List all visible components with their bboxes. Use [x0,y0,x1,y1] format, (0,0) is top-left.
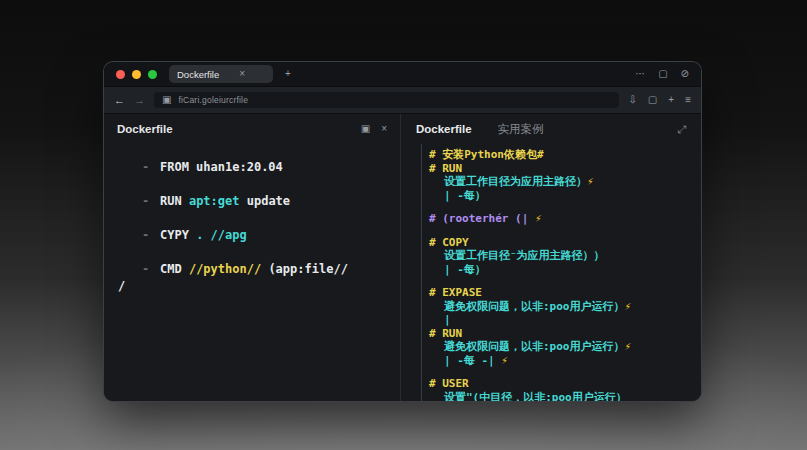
left-pane-actions: ▣ × [361,124,387,134]
browser-window: Dockerfile × + ⋯ ▢ ⊘ ← → ▣ fiCari.goleiu… [104,62,701,401]
menu-icon[interactable]: ≡ [685,95,691,105]
code-token: 避免权限问题，以非:poo用户运行） [444,300,625,313]
code-line: # 安装Python依赖包# [429,148,693,162]
browser-tab-dockerfile[interactable]: Dockerfile × [169,65,273,83]
code-line: | -每） [429,189,693,203]
overflow-icon[interactable]: ⊘ [681,69,689,79]
tab-practical-examples[interactable]: 实用案例 [498,122,544,137]
expand-icon[interactable]: ⤢ [677,123,686,136]
close-window-button[interactable] [116,70,125,79]
page-content: Dockerfile ▣ × -FROM uhan1e:20.04-RUN ap… [104,114,701,401]
desktop-background: Dockerfile × + ⋯ ▢ ⊘ ← → ▣ fiCari.goleiu… [0,0,807,450]
indent-guide [421,144,422,401]
code-token: RUN [160,194,189,208]
new-tab-icon[interactable]: + [285,69,291,79]
code-token: / [118,279,125,293]
code-gap [429,367,693,377]
dockerfile-annotated-code[interactable]: # 安装Python依赖包## RUN设置工作目径为应用主路径）⚡| -每）# … [401,144,701,401]
line-marker: - [142,228,149,242]
tab-title: Dockerfile [177,69,219,80]
site-icon: ▣ [162,95,171,105]
lightning-bolt-icon: ⚡ [501,354,508,367]
code-token: | -每 -| [444,354,501,367]
dockerfile-source-code[interactable]: -FROM uhan1e:20.04-RUN apt:get update-CY… [104,144,400,313]
code-token: # EXPASE [429,286,482,299]
browser-tab-bar: Dockerfile × + ⋯ ▢ ⊘ [104,62,701,86]
code-token: # COPY [429,236,469,249]
code-line: 设置工作目径为应用主路径）⚡ [429,175,693,189]
code-line: 设置"(中目径，以非:poo用户运行） [429,391,693,402]
code-line: -RUN apt:get update [118,194,386,208]
code-token: (app:file// [261,262,348,276]
tab-bar-actions: ⋯ ▢ ⊘ [635,69,689,79]
download-icon[interactable]: ⇩ [628,95,636,105]
lightning-bolt-icon: ⚡ [625,340,632,353]
window-icon[interactable]: ▢ [658,69,667,79]
code-line: # (rooterhér (| ⚡ [429,212,693,226]
code-token: 避免权限问题，以非:poo用户运行） [444,340,625,353]
lightning-bolt-icon: ⚡ [625,300,632,313]
lightning-bolt-icon: ⚡ [535,212,542,225]
code-line: -FROM uhan1e:20.04 [118,160,386,174]
back-icon[interactable]: ← [114,95,125,106]
url-field[interactable]: ▣ fiCari.goleiurcrfile [154,92,619,108]
code-token: 设置工作目径⁻为应用主路径）） [444,249,605,262]
code-line: # COPY [429,236,693,250]
code-token: # RUN [429,162,462,175]
url-text: fiCari.goleiurcrfile [178,95,248,105]
code-line: 避免权限问题，以非:poo用户运行）⚡ [429,340,693,354]
right-pane-header: Dockerfile 实用案例 ⤢ [401,114,701,144]
code-token: # (rooterhér (| [429,212,535,225]
address-bar-actions: ⇩ ▢ + ≡ [628,95,691,105]
code-line: | -每 -| ⚡ [429,354,693,368]
code-token: 设置"(中目径，以非:poo用户运行） [444,391,627,402]
line-marker: - [142,262,149,276]
panel-icon[interactable]: ▣ [361,124,370,134]
line-marker: - [142,194,149,208]
code-line: 设置工作目径⁻为应用主路径）） [429,249,693,263]
close-panel-icon[interactable]: × [381,124,387,134]
code-line: | [429,313,693,327]
code-line: | -每） [429,263,693,277]
code-line: 避免权限问题，以非:poo用户运行）⚡ [429,300,693,314]
code-line: # EXPASE [429,286,693,300]
code-token: # USER [429,377,469,390]
code-token: | [444,313,451,326]
code-line: # USER [429,377,693,391]
code-line: # RUN [429,327,693,341]
dockerfile-explanation-pane: Dockerfile 实用案例 ⤢ # 安装Python依赖包## RUN设置工… [401,114,701,401]
code-line: -CMD //python// (app:file// [118,262,386,276]
window-controls [116,70,157,79]
code-token: | -每） [444,189,486,202]
code-token: //python// [189,262,261,276]
windows-icon[interactable]: ▢ [648,95,657,105]
code-token: FROM uhan1e:20.04 [160,160,283,174]
code-gap [429,226,693,236]
code-token: apt:get [189,194,240,208]
code-line: # RUN [429,162,693,176]
minimize-window-button[interactable] [132,70,141,79]
zoom-window-button[interactable] [148,70,157,79]
code-line: / [118,279,386,293]
code-token: CYPY [160,228,196,242]
more-icon[interactable]: ⋯ [635,69,645,79]
code-line: -CYPY . //apg [118,228,386,242]
code-token: # 安装Python依赖包# [429,148,544,161]
forward-icon[interactable]: → [134,95,145,106]
code-token: | -每） [444,263,486,276]
address-bar: ← → ▣ fiCari.goleiurcrfile ⇩ ▢ + ≡ [104,86,701,114]
left-pane-title: Dockerfile [117,123,173,135]
code-gap [429,276,693,286]
code-token: # RUN [429,327,462,340]
code-token: update [239,194,290,208]
tab-dockerfile[interactable]: Dockerfile [416,123,472,135]
dockerfile-editor-pane: Dockerfile ▣ × -FROM uhan1e:20.04-RUN ap… [104,114,401,401]
code-token: . //apg [196,228,247,242]
code-gap [429,202,693,212]
plus-icon[interactable]: + [668,95,674,105]
code-token: CMD [160,262,189,276]
line-marker: - [142,160,149,174]
tab-close-icon[interactable]: × [239,69,245,79]
left-pane-header: Dockerfile ▣ × [104,114,400,144]
code-token: 设置工作目径为应用主路径） [444,175,587,188]
